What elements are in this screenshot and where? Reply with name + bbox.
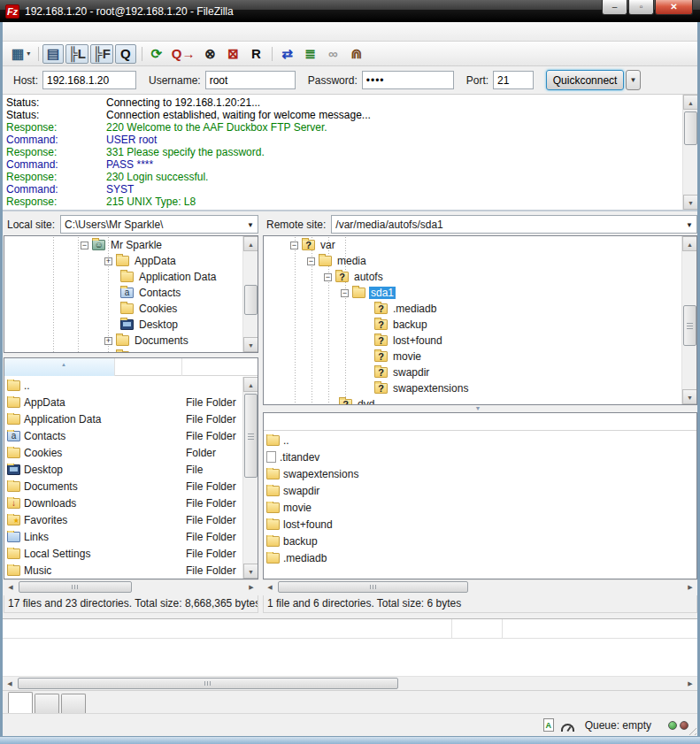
tree-expander-icon[interactable]: + [104,257,112,265]
combo-dropdown-icon[interactable]: ▼ [247,221,254,229]
toggle-log-view-button[interactable]: ▤ [42,44,64,64]
queue-column-remote-file[interactable] [503,619,697,638]
scrollbar-thumb[interactable] [278,581,468,593]
scroll-up-button[interactable]: ▲ [243,377,258,392]
scroll-down-button[interactable]: ▼ [243,564,258,579]
local-tree-item-mr-sparkle[interactable]: − Mr Sparkle [4,237,242,253]
remote-tree-item-autofs[interactable]: − autofs [264,269,681,285]
file-list-row[interactable]: .titandev [264,449,696,465]
scroll-left-button[interactable]: ◀ [4,580,18,594]
menu-transfer[interactable] [58,30,73,34]
queue-horizontal-scrollbar[interactable]: ◀ ▶ [3,676,697,690]
file-list-row[interactable]: Favorites File Folder [4,511,242,528]
tree-expander-icon[interactable]: − [290,242,298,249]
file-list-row[interactable]: swapextensions [264,465,696,482]
remote-horizontal-scrollbar[interactable]: ◀ ▶ [263,579,697,594]
scrollbar-thumb[interactable] [244,394,258,478]
scroll-down-button[interactable]: ▼ [682,389,697,404]
local-list-scrollbar[interactable]: ▲ ▼ [242,377,258,579]
menu-view[interactable] [42,30,58,34]
local-tree-scrollbar[interactable]: ▲ ▼ [242,236,258,352]
minimize-button[interactable]: – [602,0,627,15]
local-tree-item-desktop[interactable]: Desktop [4,317,242,333]
file-list-row[interactable]: .. [4,377,242,394]
transfer-type-ascii-icon[interactable] [543,718,554,732]
scroll-left-button[interactable]: ◀ [263,580,277,594]
menu-server[interactable] [73,30,89,34]
cancel-operation-button[interactable]: ⊗ [199,44,220,64]
maximize-button[interactable]: ▫ [628,0,654,15]
tree-expander-icon[interactable]: + [104,337,112,345]
scroll-down-button[interactable]: ▼ [243,337,258,352]
file-list-row[interactable]: backup [264,533,696,549]
local-tree-item-appdata[interactable]: + AppData [4,253,242,269]
remote-tree-item-swapextensions[interactable]: swapextensions [264,380,681,396]
tree-expander-icon[interactable]: − [307,257,315,265]
file-list-row[interactable]: Music File Folder [4,562,242,579]
local-horizontal-scrollbar[interactable]: ◀ ▶ [4,579,258,594]
scrollbar-thumb[interactable] [18,678,398,689]
dropdown-caret-icon[interactable]: ▾ [27,50,30,58]
remote-tree-scrollbar[interactable]: ▲ ▼ [681,236,696,404]
scroll-right-button[interactable]: ▶ [244,580,258,594]
local-column-filename[interactable] [4,358,115,376]
remote-tree-item-backup[interactable]: backup [264,317,681,333]
scroll-right-button[interactable]: ▶ [683,677,697,691]
toggle-local-tree-button[interactable]: ╠L [65,44,88,64]
menu-new-version[interactable] [121,30,137,34]
remote-tree-item-dvd[interactable]: dvd [264,396,681,404]
title-bar[interactable]: Fz 192.168.1.20 - root@192.168.1.20 - Fi… [0,0,700,22]
tree-expander-icon[interactable]: − [81,242,88,249]
scroll-left-button[interactable]: ◀ [3,677,17,691]
queue-column-server-local-file[interactable] [3,619,452,638]
local-site-combobox[interactable]: C:\Users\Mr Sparkle\ ▼ [60,215,258,234]
file-list-row[interactable]: Contacts File Folder [4,427,242,444]
file-list-row[interactable]: Links File Folder [4,528,242,545]
tab-successful-transfers[interactable] [61,694,86,713]
remote-tree-item-media[interactable]: − media [264,253,681,269]
scrollbar-thumb[interactable] [19,581,132,593]
disconnect-button[interactable]: ⊠ [222,44,243,64]
local-column-filesize[interactable] [115,358,182,376]
menu-edit[interactable] [26,30,42,34]
local-tree-item-application-data[interactable]: Application Data [4,269,242,285]
file-list-row[interactable]: Cookies Folder [4,444,242,461]
remote-tree-item-mediadb[interactable]: .mediadb [264,301,681,317]
remote-tree-item-swapdir[interactable]: swapdir [264,364,681,380]
local-tree-item-documents[interactable]: + Documents [4,333,242,349]
find-files-button[interactable]: ⋒ [345,44,366,64]
sync-browsing-button[interactable]: ∞ [322,44,343,64]
remote-tree-item-lost-found[interactable]: lost+found [264,333,681,349]
local-column-filetype[interactable] [182,358,258,376]
file-list-row[interactable]: Downloads File Folder [4,495,242,511]
menu-bookmarks[interactable] [89,30,105,34]
menu-help[interactable] [105,30,121,34]
collapse-arrow-icon[interactable]: ▼ [475,405,481,411]
tab-failed-transfers[interactable] [35,694,59,713]
file-list-row[interactable]: swapdir [264,482,696,499]
file-list-row[interactable]: AppData File Folder [4,394,242,410]
close-button[interactable]: ✕ [655,0,693,15]
site-manager-button[interactable]: ▦ ▾ [9,44,33,64]
local-tree-item-cookies[interactable]: Cookies [4,301,242,317]
remote-pane-splitter[interactable]: ▼ [263,405,697,412]
local-tree-item-downloads[interactable]: + Downloads [4,349,242,352]
remote-tree-item-sda1[interactable]: − sda1 [264,285,681,301]
tab-queued-files[interactable] [8,692,33,713]
directory-filter-button[interactable]: ≣ [299,44,320,64]
scrollbar-thumb[interactable] [244,285,258,315]
remote-site-combobox[interactable]: /var/media/autofs/sda1 ▼ [331,215,697,234]
reconnect-button[interactable]: R [245,44,266,64]
toggle-remote-tree-button[interactable]: ╠F [90,44,113,64]
file-list-row[interactable]: Application Data File Folder [4,410,242,427]
local-tree-item-contacts[interactable]: Contacts [4,285,242,301]
scrollbar-thumb[interactable] [684,111,697,145]
file-list-row[interactable]: lost+found [264,516,696,533]
log-scrollbar[interactable]: ▲ ▼ [682,95,697,210]
menu-file[interactable] [10,30,26,34]
toggle-queue-button[interactable]: Q [115,44,136,64]
file-list-row[interactable]: movie [264,499,696,516]
file-list-row[interactable]: .mediadb [264,549,696,566]
remote-tree-item-movie[interactable]: movie [264,349,681,364]
tree-expander-icon[interactable]: − [341,289,349,297]
